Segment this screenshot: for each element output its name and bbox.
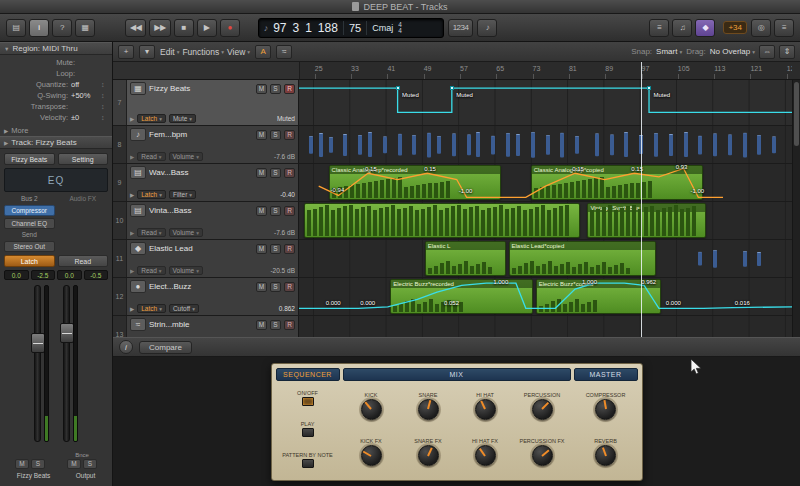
toolbar-toggle-icon[interactable]: ▦ — [75, 19, 95, 37]
lcd-position[interactable]: 97 3 1 188 — [273, 21, 338, 35]
disclosure-right-icon[interactable]: ▶ — [130, 268, 134, 274]
record-button[interactable]: ● — [220, 19, 240, 37]
track-lane[interactable]: Classic Analog Arp*recordedClassic Analo… — [299, 164, 792, 201]
midi-region[interactable]: Electric Buzz*recorded — [390, 279, 533, 314]
mute-button[interactable]: M — [256, 206, 267, 216]
automation-mode-dropdown[interactable]: Latch▾ — [137, 304, 166, 313]
scrollbar-thumb[interactable] — [794, 82, 799, 146]
eq-display[interactable]: EQ — [4, 168, 108, 192]
mute-button[interactable]: M — [256, 130, 267, 140]
bar-ruler[interactable]: 25334149576573818997105113121129 — [300, 62, 792, 80]
pan-value-left[interactable]: 0.0 — [4, 270, 29, 280]
menu-edit[interactable]: Edit▾ — [160, 47, 179, 57]
track-header[interactable]: ♪Fem...bpmMSR▶Read▾Volume▾-7.6 dB — [127, 126, 299, 163]
menu-view[interactable]: View▾ — [227, 47, 250, 57]
record-arm-button[interactable]: R — [284, 244, 295, 254]
hi-hat-fx-knob[interactable] — [475, 445, 496, 466]
record-arm-button[interactable]: R — [284, 84, 295, 94]
region-parameter-row[interactable]: Transpose:↕ — [0, 101, 112, 112]
solo-button[interactable]: S — [270, 130, 281, 140]
region-parameter-row[interactable]: Loop: — [0, 68, 112, 79]
fader-thumb[interactable] — [60, 323, 74, 343]
solo-button[interactable]: S — [270, 206, 281, 216]
solo-button[interactable]: S — [31, 459, 45, 469]
region-more-row[interactable]: ▶ More — [0, 125, 112, 136]
play-button[interactable] — [302, 428, 314, 437]
snare-fx-knob[interactable] — [418, 445, 439, 466]
region-parameter-row[interactable]: Q-Swing:+50%↕ — [0, 90, 112, 101]
bounce-label[interactable]: Bnce — [75, 452, 89, 458]
automation-parameter-dropdown[interactable]: Volume▾ — [169, 228, 203, 237]
record-arm-button[interactable]: R — [284, 282, 295, 292]
track-header[interactable]: ≈Strin...mbleMSR▶Read▾Volume▾ — [127, 316, 299, 337]
automation-mode-dropdown[interactable]: Read▾ — [137, 228, 165, 237]
tuner-icon[interactable]: ◎ — [751, 19, 771, 37]
mute-button[interactable]: M — [15, 459, 29, 469]
track-header[interactable]: ◆Elastic LeadMSR▶Read▾Volume▾-20.5 dB — [127, 240, 299, 277]
midi-region[interactable]: Elastic L — [425, 241, 506, 276]
insert-slot-compressor[interactable]: Compressor — [4, 205, 55, 216]
automation-mode-dropdown[interactable]: Latch▾ — [137, 190, 166, 199]
midi-region[interactable] — [304, 203, 580, 238]
mute-button[interactable]: M — [67, 459, 81, 469]
rewind-button[interactable]: ◀◀ — [125, 19, 146, 37]
midi-region[interactable]: Classic Analog Arp*copied — [531, 165, 704, 200]
flex-toggle-icon[interactable]: ≈ — [276, 45, 292, 59]
mute-button[interactable]: M — [256, 168, 267, 178]
solo-button[interactable]: S — [270, 282, 281, 292]
track-lane[interactable] — [299, 316, 792, 337]
stepper-icon[interactable]: ↕ — [101, 92, 108, 99]
midi-region[interactable]: Classic Analog Arp*recorded — [329, 165, 502, 200]
fader-thumb[interactable] — [31, 333, 45, 353]
automation-node[interactable] — [396, 86, 400, 90]
solo-button[interactable]: S — [83, 459, 97, 469]
record-arm-button[interactable]: R — [284, 320, 295, 330]
count-in-button[interactable]: 1234 — [448, 19, 474, 37]
region-inspector-header[interactable]: ▼ Region: MIDI Thru — [0, 42, 112, 55]
region-parameter-row[interactable]: Mute: — [0, 57, 112, 68]
automation-node[interactable] — [647, 86, 651, 90]
midi-region[interactable]: Vintage Synth Bas — [587, 203, 705, 238]
send-bus-label[interactable]: Bus 2 — [4, 195, 55, 203]
play-button[interactable]: ▶ — [197, 19, 217, 37]
record-arm-button[interactable]: R — [284, 130, 295, 140]
record-arm-button[interactable]: R — [284, 168, 295, 178]
menu-functions[interactable]: Functions▾ — [182, 47, 224, 57]
stepper-icon[interactable]: ↕ — [101, 114, 108, 121]
track-lane[interactable]: MutedMutedMuted — [299, 80, 792, 125]
pan-value-right[interactable]: 0.0 — [57, 270, 82, 280]
stepper-icon[interactable]: ↕ — [101, 103, 108, 110]
disclosure-right-icon[interactable]: ▶ — [130, 230, 134, 236]
disclosure-right-icon[interactable]: ▶ — [130, 154, 134, 160]
region-parameter-row[interactable]: Velocity:±0↕ — [0, 112, 112, 123]
lcd-time-signature[interactable]: 4 4 — [398, 22, 402, 34]
library-toggle-icon[interactable]: ▤ — [6, 19, 26, 37]
track-lane[interactable]: Elastic LElastic Lead*copied — [299, 240, 792, 277]
automation-parameter-dropdown[interactable]: Volume▾ — [169, 266, 203, 275]
note-pads-icon[interactable]: ♫ — [672, 19, 692, 37]
output-slot-button[interactable]: Stereo Out — [4, 241, 55, 252]
snap-dropdown[interactable]: Smart ▾ — [656, 47, 682, 56]
track-header[interactable]: ▤Wav...BassMSR▶Latch▾Filter▾-0.40 — [127, 164, 299, 201]
master-level-icon[interactable]: ≡ — [774, 19, 794, 37]
list-editors-icon[interactable]: ≡ — [649, 19, 669, 37]
stop-button[interactable]: ■ — [174, 19, 194, 37]
region-parameter-row[interactable]: Quantize:off↕ — [0, 79, 112, 90]
mute-button[interactable]: M — [256, 84, 267, 94]
volume-value-left[interactable]: -2.5 — [31, 270, 56, 280]
automation-mode-dropdown[interactable]: Read▾ — [137, 266, 165, 275]
inspector-toggle-icon[interactable]: i — [29, 19, 49, 37]
percussion-fx-knob[interactable] — [532, 445, 553, 466]
varispeed-badge[interactable]: +34 — [723, 21, 747, 34]
snare-knob[interactable] — [418, 399, 439, 420]
metronome-button[interactable]: ♪ — [477, 19, 497, 37]
automation-parameter-dropdown[interactable]: Volume▾ — [169, 152, 203, 161]
loop-browser-icon[interactable]: ◆ — [695, 19, 715, 37]
track-lane[interactable]: Vintage Synth Bas — [299, 202, 792, 239]
automation-mode-latch-button[interactable]: Latch — [4, 255, 55, 267]
audio-fx-label[interactable]: Audio FX — [58, 195, 109, 203]
drag-dropdown[interactable]: No Overlap ▾ — [710, 47, 755, 56]
track-volume-fader[interactable] — [34, 285, 41, 442]
track-lane[interactable]: Electric Buzz*recordedElectric Buzz*copi… — [299, 278, 792, 315]
stepper-icon[interactable]: ↕ — [101, 81, 108, 88]
